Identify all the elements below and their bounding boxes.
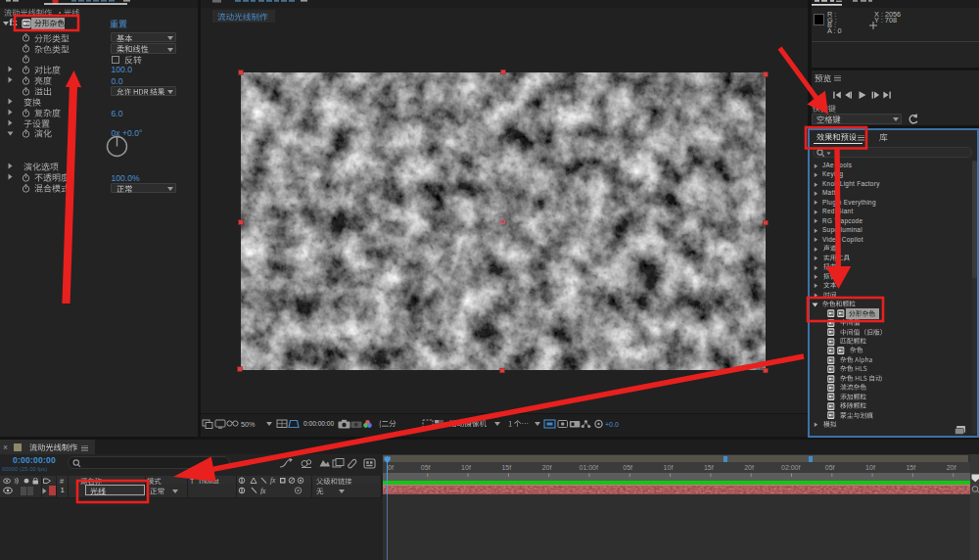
svg-text:fx: fx bbox=[260, 487, 266, 494]
svg-text:fx: fx bbox=[270, 477, 276, 485]
